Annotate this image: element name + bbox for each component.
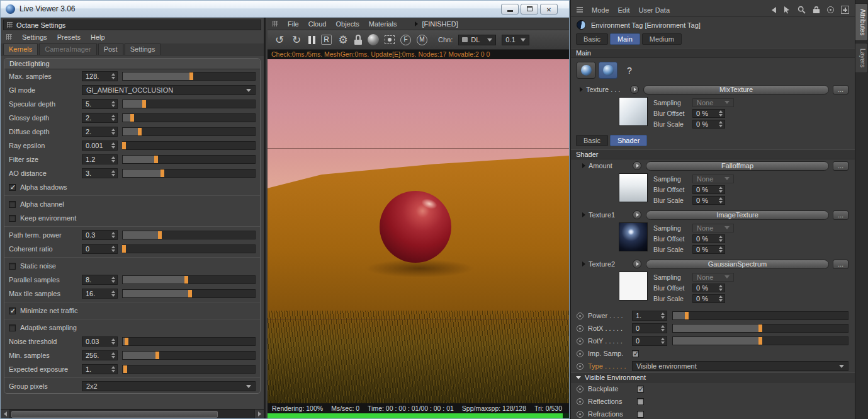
expander-icon[interactable] xyxy=(582,163,585,168)
expander-icon[interactable] xyxy=(582,261,585,267)
window-titlebar[interactable]: Live Viewer 3.06 xyxy=(1,1,569,18)
spinner-arrows-icon[interactable] xyxy=(111,73,115,79)
focus-picker-icon[interactable]: F xyxy=(400,35,411,45)
value-field[interactable]: 1. xyxy=(82,364,118,374)
attr-menu-edit[interactable]: Edit xyxy=(618,6,630,14)
slider-knob[interactable] xyxy=(184,276,188,284)
value-field[interactable]: 0 xyxy=(632,336,667,346)
slider-knob[interactable] xyxy=(122,142,126,149)
texture1-more-button[interactable]: ... xyxy=(833,210,848,220)
spinner-arrows-icon[interactable] xyxy=(719,285,723,291)
section-main[interactable]: Main xyxy=(571,48,855,58)
slider[interactable] xyxy=(122,244,256,253)
slider-knob[interactable] xyxy=(125,338,128,345)
slider[interactable] xyxy=(122,169,256,178)
spinner-arrows-icon[interactable] xyxy=(111,101,115,107)
slider-knob[interactable] xyxy=(130,114,134,122)
spinner-arrows-icon[interactable] xyxy=(111,129,115,135)
value-field[interactable]: 3. xyxy=(82,168,118,178)
amount-thumbnail[interactable] xyxy=(619,173,648,202)
spinner-arrows-icon[interactable] xyxy=(719,246,723,253)
checkbox[interactable] xyxy=(9,201,16,208)
spinner-arrows-icon[interactable] xyxy=(719,236,723,242)
slider[interactable] xyxy=(122,231,256,239)
value-field[interactable]: 0 % xyxy=(692,245,725,254)
help-button[interactable]: ? xyxy=(627,66,632,76)
scroll-left-arrow[interactable] xyxy=(1,410,10,418)
slider-knob[interactable] xyxy=(188,290,192,297)
texture2-more-button[interactable]: ... xyxy=(833,260,848,269)
slider[interactable] xyxy=(672,336,848,345)
spinner-arrows-icon[interactable] xyxy=(111,142,115,149)
close-button[interactable] xyxy=(540,4,558,14)
slider[interactable] xyxy=(122,141,256,150)
menu-item-presets[interactable]: Presets xyxy=(57,33,81,41)
spinner-arrows-icon[interactable] xyxy=(111,352,115,359)
dropdown[interactable]: GI_AMBIENT_OCCLUSION xyxy=(82,85,256,95)
tab-settings[interactable]: Settings xyxy=(125,43,161,55)
texture2-thumbnail[interactable] xyxy=(619,272,648,301)
slider[interactable] xyxy=(122,72,256,81)
texture-more-button[interactable]: ... xyxy=(833,85,848,95)
viewport-menu-materials[interactable]: Materials xyxy=(369,20,397,28)
spinner-arrows-icon[interactable] xyxy=(661,338,665,344)
value-field[interactable]: 128. xyxy=(82,71,118,81)
attr-tab-basic[interactable]: Basic xyxy=(576,33,608,45)
scrollbar-thumb[interactable] xyxy=(11,411,218,418)
spinner-arrows-icon[interactable] xyxy=(111,170,115,176)
value-field[interactable]: 1. xyxy=(632,311,667,321)
slider[interactable] xyxy=(122,365,256,374)
keyframe-icon[interactable] xyxy=(577,386,583,393)
spinner-arrows-icon[interactable] xyxy=(661,313,665,319)
resolution-dropdown[interactable]: 0.1 xyxy=(502,35,529,45)
value-field[interactable]: 0 % xyxy=(692,120,725,129)
menu-item-settings[interactable]: Settings xyxy=(22,33,47,41)
side-tab-attributes[interactable]: Attributes xyxy=(855,3,868,41)
spinner-arrows-icon[interactable] xyxy=(719,121,723,127)
channel-dropdown[interactable]: DL xyxy=(458,35,496,45)
spinner-arrows-icon[interactable] xyxy=(111,366,115,372)
spinner-arrows-icon[interactable] xyxy=(111,338,115,345)
slider-knob[interactable] xyxy=(142,100,146,108)
expander-icon[interactable] xyxy=(580,87,583,92)
slider-knob[interactable] xyxy=(161,169,164,177)
pause-render-icon[interactable] xyxy=(308,33,315,46)
value-field[interactable]: 16. xyxy=(82,289,118,299)
value-field[interactable]: 0 % xyxy=(692,196,725,205)
render-ball-icon[interactable] xyxy=(368,34,379,45)
keyframe-icon[interactable] xyxy=(577,363,583,370)
keyframe-icon[interactable] xyxy=(577,398,583,405)
attr-menu-mode[interactable]: Mode xyxy=(592,6,609,14)
texture-shader-button[interactable]: MixTexture xyxy=(643,85,829,95)
spinner-arrows-icon[interactable] xyxy=(111,232,115,238)
attr-menu-user-data[interactable]: User Data xyxy=(639,6,670,14)
focus-target-icon[interactable] xyxy=(827,6,834,13)
spinner-arrows-icon[interactable] xyxy=(661,325,665,331)
value-field[interactable]: 5. xyxy=(82,99,118,109)
viewport-menu-objects[interactable]: Objects xyxy=(335,20,359,28)
section-visible-environment[interactable]: Visible Environment xyxy=(571,372,855,382)
viewport-menu-file[interactable]: File xyxy=(288,20,299,28)
spinner-arrows-icon[interactable] xyxy=(111,115,115,121)
value-field[interactable]: 0 % xyxy=(692,185,725,194)
tab-cameraimager[interactable]: CameraImager xyxy=(39,43,96,55)
spinner-arrows-icon[interactable] xyxy=(111,156,115,163)
checkbox[interactable] xyxy=(637,398,644,405)
slider[interactable] xyxy=(672,324,848,333)
slider-knob[interactable] xyxy=(758,324,762,332)
slider[interactable] xyxy=(122,113,256,122)
slider[interactable] xyxy=(672,311,848,320)
value-field[interactable]: 2. xyxy=(82,127,118,137)
group-title[interactable]: Directlighting xyxy=(4,59,260,69)
texture1-thumbnail[interactable] xyxy=(619,222,648,251)
texture1-port-button[interactable] xyxy=(633,210,641,219)
texture1-shader-button[interactable]: ImageTexture xyxy=(646,210,829,220)
spinner-arrows-icon[interactable] xyxy=(111,277,115,283)
checkbox[interactable] xyxy=(9,215,16,222)
value-field[interactable]: 0.3 xyxy=(82,230,118,240)
slider-knob[interactable] xyxy=(155,352,159,359)
side-tab-layers[interactable]: Layers xyxy=(855,43,868,73)
shader-tab-basic[interactable]: Basic xyxy=(576,135,608,146)
expander-icon[interactable] xyxy=(582,212,585,217)
scroll-right-arrow[interactable] xyxy=(254,410,264,418)
